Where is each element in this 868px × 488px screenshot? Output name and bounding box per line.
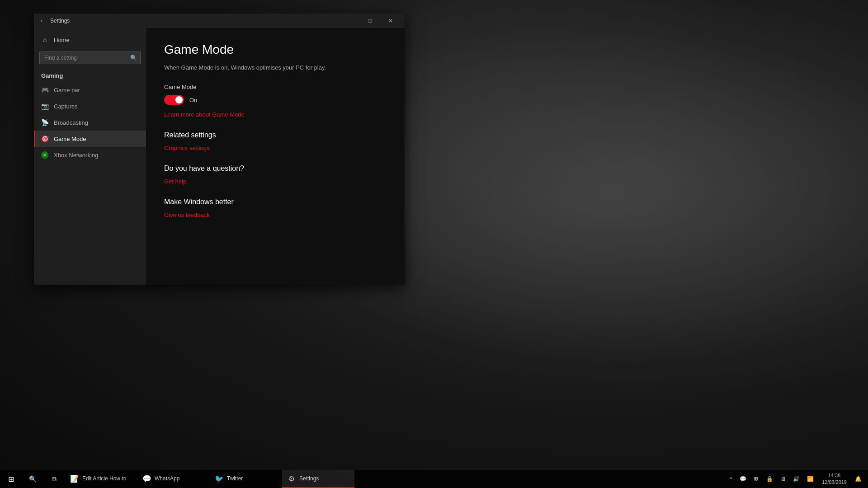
graphics-settings-link[interactable]: Graphics settings: [164, 145, 209, 151]
display-icon[interactable]: 🖥: [778, 470, 788, 488]
related-settings-heading: Related settings: [164, 131, 387, 139]
taskbar-right: ^ 💬 ⛨ 🔒 🖥 🔊 📶 14:38 12/08/2019 🔔: [727, 470, 868, 488]
taskbar-apps: 📝 Edit Article How to 💬 WhatsApp 🐦 Twitt…: [65, 470, 727, 488]
taskbar-app-whatsapp[interactable]: 💬 WhatsApp: [137, 470, 210, 488]
sidebar-item-broadcasting[interactable]: 📡 Broadcasting: [34, 114, 146, 131]
whatsapp-icon: 💬: [143, 474, 151, 483]
main-content: Game Mode When Game Mode is on, Windows …: [146, 28, 405, 285]
toggle-knob: [175, 96, 183, 103]
maximize-button[interactable]: □: [359, 14, 380, 28]
sidebar-item-game-mode[interactable]: 🎯 Game Mode: [34, 131, 146, 147]
twitter-label: Twitter: [227, 475, 243, 482]
sidebar-search-container: 🔍: [39, 52, 141, 64]
game-mode-toggle-row: On: [164, 95, 387, 105]
sidebar-item-label: Game Mode: [54, 136, 86, 142]
broadcasting-icon: 📡: [41, 119, 48, 126]
lock-icon[interactable]: 🔒: [764, 470, 776, 488]
sidebar-item-label: Xbox Networking: [54, 152, 98, 159]
settings-icon: ⚙: [288, 474, 296, 483]
toggle-section-label: Game Mode: [164, 84, 387, 90]
edit-article-label: Edit Article How to: [82, 475, 126, 482]
search-input[interactable]: [39, 52, 141, 64]
game-bar-icon: 🎮: [41, 86, 48, 94]
feedback-link[interactable]: Give us feedback: [164, 211, 209, 218]
sidebar-item-xbox-networking[interactable]: ✕ Xbox Networking: [34, 147, 146, 163]
edit-article-icon: 📝: [71, 474, 79, 483]
clock-date: 12/08/2019: [822, 479, 847, 486]
task-view-button[interactable]: ⧉: [43, 470, 65, 488]
toggle-state-label: On: [189, 97, 197, 103]
window-title: Settings: [50, 18, 70, 24]
whatsapp-label: WhatsApp: [155, 475, 179, 482]
home-icon: ⌂: [41, 36, 48, 43]
learn-more-link[interactable]: Learn more about Game Mode: [164, 111, 245, 118]
start-button[interactable]: ⊞: [0, 470, 22, 488]
home-label: Home: [54, 37, 70, 43]
close-button[interactable]: ✕: [380, 14, 401, 28]
twitter-icon: 🐦: [215, 474, 223, 483]
make-better-heading: Make Windows better: [164, 198, 387, 206]
sidebar-home[interactable]: ⌂ Home: [34, 32, 146, 48]
sidebar-item-label: Game bar: [54, 87, 80, 94]
search-icon: 🔍: [130, 55, 137, 61]
sidebar-item-label: Broadcasting: [54, 119, 88, 126]
settings-label: Settings: [299, 475, 319, 482]
taskbar: ⊞ 🔍 ⧉ 📝 Edit Article How to 💬 WhatsApp 🐦…: [0, 470, 868, 488]
clock-time: 14:38: [828, 472, 841, 479]
title-bar: ← Settings ─ □ ✕: [34, 14, 405, 28]
taskbar-search-button[interactable]: 🔍: [22, 470, 43, 488]
sidebar-item-captures[interactable]: 📷 Captures: [34, 98, 146, 114]
sidebar-section-title: Gaming: [34, 68, 146, 82]
notification-bell[interactable]: 🔔: [852, 470, 864, 488]
captures-icon: 📷: [41, 103, 48, 110]
xbox-icon: ✕: [41, 151, 48, 159]
page-title: Game Mode: [164, 42, 387, 57]
title-bar-left: ← Settings: [39, 17, 70, 24]
taskbar-clock[interactable]: 14:38 12/08/2019: [818, 470, 850, 488]
page-subtitle: When Game Mode is on, Windows optimises …: [164, 64, 387, 71]
game-mode-icon: 🎯: [41, 135, 48, 142]
sidebar: ⌂ Home 🔍 Gaming 🎮 Game bar 📷 Captures 📡 …: [34, 28, 146, 285]
notification-chevron[interactable]: ^: [727, 470, 735, 488]
sidebar-item-game-bar[interactable]: 🎮 Game bar: [34, 82, 146, 98]
settings-window: ← Settings ─ □ ✕ ⌂ Home 🔍 Gaming 🎮 Game …: [34, 14, 405, 285]
question-heading: Do you have a question?: [164, 164, 387, 173]
network-icon[interactable]: 📶: [804, 470, 816, 488]
back-button[interactable]: ←: [39, 17, 47, 24]
shield-icon[interactable]: ⛨: [751, 470, 762, 488]
game-mode-toggle[interactable]: [164, 95, 184, 105]
volume-icon[interactable]: 🔊: [790, 470, 802, 488]
sidebar-item-label: Captures: [54, 103, 78, 110]
chat-sys-icon[interactable]: 💬: [737, 470, 749, 488]
title-bar-controls: ─ □ ✕: [339, 14, 401, 28]
taskbar-app-twitter[interactable]: 🐦 Twitter: [210, 470, 282, 488]
taskbar-app-edit-article[interactable]: 📝 Edit Article How to: [65, 470, 137, 488]
window-body: ⌂ Home 🔍 Gaming 🎮 Game bar 📷 Captures 📡 …: [34, 28, 405, 285]
minimize-button[interactable]: ─: [339, 14, 359, 28]
get-help-link[interactable]: Get help: [164, 178, 186, 185]
taskbar-app-settings[interactable]: ⚙ Settings: [282, 470, 354, 488]
